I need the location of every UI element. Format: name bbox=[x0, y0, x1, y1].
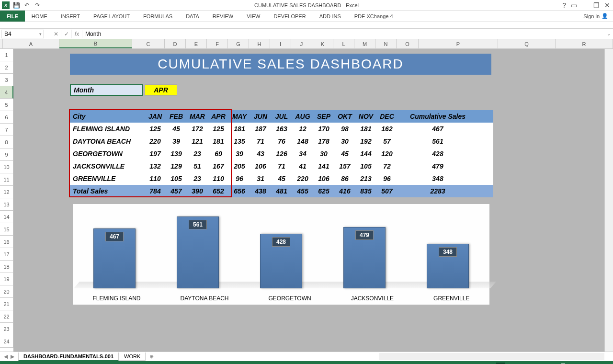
table-row[interactable]: GEORGETOWN197139236939431263430451441204… bbox=[70, 148, 493, 160]
col-header-H[interactable]: H bbox=[249, 39, 270, 48]
redo-icon[interactable]: ↷ bbox=[34, 1, 41, 9]
file-tab[interactable]: FILE bbox=[0, 11, 25, 22]
ribbon-tab-review[interactable]: REVIEW bbox=[206, 11, 240, 22]
col-header-M[interactable]: M bbox=[354, 39, 375, 48]
prev-sheet-icon[interactable]: ◀ bbox=[4, 353, 8, 360]
minimize-icon[interactable]: — bbox=[582, 1, 589, 9]
accept-formula-icon[interactable]: ✓ bbox=[61, 30, 72, 38]
row-header-12[interactable]: 12 bbox=[0, 186, 13, 198]
add-sheet-button[interactable]: ⊕ bbox=[146, 353, 158, 360]
sheet-tab-bar: ◀▶ DASHBOARD-FUNDAMENTALS-001 WORK ⊕ bbox=[0, 352, 613, 361]
expand-formula-bar-icon[interactable]: ⌄ bbox=[604, 31, 613, 36]
col-header-B[interactable]: B bbox=[59, 39, 132, 48]
ribbon-options-icon[interactable]: ▭ bbox=[571, 1, 577, 9]
horizontal-scrollbar[interactable] bbox=[379, 353, 604, 360]
value-cell: 41 bbox=[292, 160, 313, 172]
row-header-11[interactable]: 11 bbox=[0, 173, 13, 186]
normal-view-icon[interactable]: ▦ bbox=[496, 363, 505, 364]
row-header-4[interactable]: 4 bbox=[0, 86, 13, 99]
fx-icon[interactable]: fx bbox=[72, 30, 82, 38]
row-header-20[interactable]: 20 bbox=[0, 285, 13, 298]
table-row[interactable]: CityJANFEBMARAPRMAYJUNJULAUGSEPOKTNOVDEC… bbox=[70, 110, 493, 123]
row-header-17[interactable]: 17 bbox=[0, 248, 13, 261]
ribbon-tab-add-ins[interactable]: ADD-INS bbox=[313, 11, 348, 22]
sheet-nav[interactable]: ◀▶ bbox=[0, 353, 18, 360]
table-row[interactable]: FLEMING ISLAND12545172125181187163121709… bbox=[70, 123, 493, 135]
close-icon[interactable]: ✕ bbox=[604, 1, 610, 9]
row-header-3[interactable]: 3 bbox=[0, 74, 13, 86]
col-header-Q[interactable]: Q bbox=[498, 39, 556, 48]
row-header-5[interactable]: 5 bbox=[0, 99, 13, 111]
table-row[interactable]: GREENVILLE110105231109631452201068621396… bbox=[70, 172, 493, 185]
maximize-icon[interactable]: ❐ bbox=[593, 1, 600, 9]
month-label-cell[interactable]: Month bbox=[70, 84, 143, 96]
col-header-G[interactable]: G bbox=[228, 39, 249, 48]
bar-value-label: 467 bbox=[105, 232, 124, 241]
row-header-10[interactable]: 10 bbox=[0, 161, 13, 173]
row-header-8[interactable]: 8 bbox=[0, 136, 13, 148]
excel-icon: X bbox=[2, 1, 10, 9]
row-header-23[interactable]: 23 bbox=[0, 323, 13, 335]
row-header-13[interactable]: 13 bbox=[0, 198, 13, 211]
cancel-formula-icon[interactable]: ✕ bbox=[51, 30, 61, 38]
col-header-F[interactable]: F bbox=[207, 39, 228, 48]
row-header-22[interactable]: 22 bbox=[0, 310, 13, 323]
ribbon-tab-home[interactable]: HOME bbox=[25, 11, 54, 22]
col-header-C[interactable]: C bbox=[132, 39, 165, 48]
col-header-P[interactable]: P bbox=[419, 39, 498, 48]
row-header-1[interactable]: 1 bbox=[0, 49, 13, 61]
save-icon[interactable]: 💾 bbox=[12, 1, 20, 9]
page-break-view-icon[interactable]: ▤ bbox=[516, 363, 525, 364]
value-cell: 23 bbox=[187, 172, 208, 185]
row-header-21[interactable]: 21 bbox=[0, 298, 13, 310]
vertical-scrollbar[interactable] bbox=[604, 49, 613, 352]
col-header-L[interactable]: L bbox=[333, 39, 354, 48]
row-header-24[interactable]: 24 bbox=[0, 335, 13, 348]
next-sheet-icon[interactable]: ▶ bbox=[11, 353, 14, 360]
col-header-O[interactable]: O bbox=[397, 39, 419, 48]
col-header-D[interactable]: D bbox=[165, 39, 186, 48]
help-icon[interactable]: ? bbox=[562, 1, 566, 9]
sheet-tab-work[interactable]: WORK bbox=[119, 353, 146, 361]
table-row[interactable]: JACKSONVILLE1321295116720510671411411571… bbox=[70, 160, 493, 172]
undo-icon[interactable]: ↶ bbox=[23, 1, 31, 9]
row-header-14[interactable]: 14 bbox=[0, 211, 13, 223]
row-header-15[interactable]: 15 bbox=[0, 223, 13, 236]
row-header-2[interactable]: 2 bbox=[0, 61, 13, 74]
ribbon-tab-page-layout[interactable]: PAGE LAYOUT bbox=[87, 11, 136, 22]
row-header-16[interactable]: 16 bbox=[0, 236, 13, 248]
sales-table[interactable]: CityJANFEBMARAPRMAYJUNJULAUGSEPOKTNOVDEC… bbox=[70, 110, 493, 197]
ribbon-tab-pdf-xchange-4[interactable]: PDF-XChange 4 bbox=[348, 11, 400, 22]
ribbon-tab-developer[interactable]: DEVELOPER bbox=[267, 11, 312, 22]
ribbon-tab-insert[interactable]: INSERT bbox=[54, 11, 87, 22]
row-header-7[interactable]: 7 bbox=[0, 124, 13, 136]
col-header-K[interactable]: K bbox=[312, 39, 333, 48]
name-box[interactable]: B4 bbox=[1, 30, 44, 38]
ribbon-tab-formulas[interactable]: FORMULAS bbox=[136, 11, 179, 22]
formula-input[interactable]: Month bbox=[82, 31, 604, 37]
sign-in-link[interactable]: Sign in 👤 bbox=[579, 11, 613, 22]
col-header-E[interactable]: E bbox=[186, 39, 207, 48]
row-header-9[interactable]: 9 bbox=[0, 148, 13, 161]
col-header-N[interactable]: N bbox=[375, 39, 397, 48]
cumulative-sales-chart[interactable]: 467561428479348 FLEMING ISLANDDAYTONA BE… bbox=[73, 204, 489, 305]
ribbon-tab-view[interactable]: VIEW bbox=[240, 11, 267, 22]
page-layout-view-icon[interactable]: ▥ bbox=[506, 363, 515, 364]
col-header-J[interactable]: J bbox=[291, 39, 312, 48]
spreadsheet-grid[interactable]: ABCDEFGHIJKLMNOPQR 123456789101112131415… bbox=[0, 39, 613, 352]
row-header-19[interactable]: 19 bbox=[0, 273, 13, 285]
sheet-tab-active[interactable]: DASHBOARD-FUNDAMENTALS-001 bbox=[18, 353, 119, 361]
row-header-18[interactable]: 18 bbox=[0, 261, 13, 273]
column-headers[interactable]: ABCDEFGHIJKLMNOPQR bbox=[3, 39, 613, 49]
row-header-6[interactable]: 6 bbox=[0, 111, 13, 124]
table-row[interactable]: Total Sales78445739065265643848145562541… bbox=[70, 185, 493, 197]
col-header-R[interactable]: R bbox=[556, 39, 613, 48]
month-value-cell[interactable]: APR bbox=[145, 84, 177, 96]
sheet-canvas[interactable]: CUMULATIVE SALES DASHBOARD Month APR Cit… bbox=[13, 49, 604, 352]
col-header-I[interactable]: I bbox=[270, 39, 291, 48]
col-header-A[interactable]: A bbox=[3, 39, 59, 48]
value-cell: 31 bbox=[250, 172, 271, 185]
row-headers[interactable]: 123456789101112131415161718192021222324 bbox=[0, 49, 13, 352]
table-row[interactable]: DAYTONA BEACH220391211811357176148178301… bbox=[70, 135, 493, 148]
ribbon-tab-data[interactable]: DATA bbox=[179, 11, 206, 22]
